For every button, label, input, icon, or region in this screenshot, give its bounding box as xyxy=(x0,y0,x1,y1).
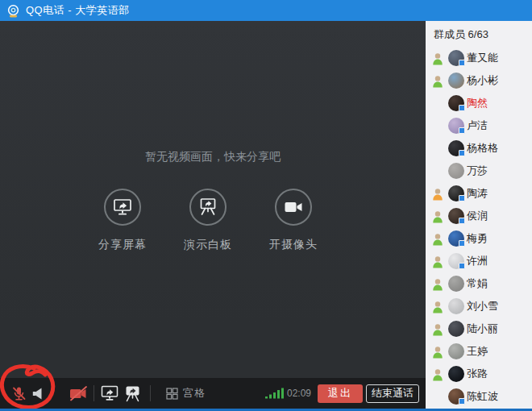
toolbar-whiteboard-button[interactable] xyxy=(123,378,142,409)
member-status-icon xyxy=(432,210,443,223)
member-row[interactable]: 董又能 xyxy=(426,47,532,69)
member-avatar xyxy=(448,366,464,382)
call-toolbar: 宫格 02:09 退出 结束通话 xyxy=(0,378,426,409)
end-call-button-wrap: 结束通话 xyxy=(366,378,419,409)
member-avatar xyxy=(448,73,464,89)
toolbar-divider xyxy=(94,385,94,401)
screen-share-icon xyxy=(113,198,132,216)
member-row[interactable]: 陶然 xyxy=(426,92,532,114)
member-avatar xyxy=(448,343,464,359)
member-name: 董又能 xyxy=(467,51,498,65)
member-row[interactable]: 梅勇 xyxy=(426,227,532,250)
member-avatar xyxy=(448,298,464,314)
grid-layout-label: 宫格 xyxy=(183,386,206,401)
member-row[interactable]: 陈虹波 xyxy=(426,385,532,408)
exit-button-wrap: 退出 xyxy=(318,378,363,409)
member-row[interactable]: 张路 xyxy=(426,363,532,385)
member-video-badge xyxy=(459,240,465,247)
camera-muted-button[interactable] xyxy=(69,378,89,409)
member-video-badge xyxy=(459,398,465,405)
member-avatar xyxy=(448,276,464,292)
member-video-badge xyxy=(459,263,465,269)
member-status-icon xyxy=(432,188,443,201)
member-row[interactable]: 杨格格 xyxy=(426,137,532,160)
toolbar-divider xyxy=(150,385,151,401)
member-row[interactable]: 许洲 xyxy=(426,250,532,272)
member-count-header: 群成员 6/63 xyxy=(426,21,532,42)
empty-state-message: 暂无视频画面，快来分享吧 xyxy=(0,150,426,164)
member-name: 卢洁 xyxy=(467,118,488,133)
toolbar-share-screen-button[interactable] xyxy=(101,378,118,409)
member-status-icon xyxy=(432,233,443,246)
share-screen-ring xyxy=(104,189,141,226)
whiteboard-label: 演示白板 xyxy=(184,238,232,252)
member-video-badge xyxy=(459,195,465,201)
member-name: 许洲 xyxy=(467,254,488,268)
action-buttons: 分享屏幕 演示白板 开 xyxy=(80,189,336,252)
member-row[interactable]: 杨小彬 xyxy=(426,69,532,92)
speaker-icon xyxy=(31,387,44,401)
titlebar: QQ电话 - 大学英语部 xyxy=(0,0,532,21)
member-status-icon xyxy=(432,346,443,359)
camera-muted-icon xyxy=(69,385,89,401)
member-video-badge xyxy=(459,60,465,66)
member-sidebar: 群成员 6/63 董又能 杨小彬 陶然 xyxy=(426,21,532,409)
grid-layout-button[interactable]: 宫格 xyxy=(166,378,206,409)
member-status-icon xyxy=(432,75,443,88)
whiteboard-icon xyxy=(198,197,218,217)
member-row[interactable]: 王婷 xyxy=(426,340,532,363)
whiteboard-icon xyxy=(123,385,142,402)
member-status-icon xyxy=(432,301,443,313)
member-name: 王婷 xyxy=(467,344,488,359)
signal-bars-icon xyxy=(265,388,284,399)
member-avatar xyxy=(448,321,464,337)
camera-icon xyxy=(284,200,303,214)
video-area: 暂无视频画面，快来分享吧 分享屏幕 xyxy=(0,21,426,409)
member-video-badge xyxy=(459,150,465,156)
member-video-badge xyxy=(459,127,465,134)
member-name: 梅勇 xyxy=(467,231,488,246)
member-name: 杨小彬 xyxy=(467,73,498,88)
member-status-icon xyxy=(432,255,443,268)
microphone-muted-button[interactable] xyxy=(10,378,27,409)
member-row[interactable]: 侯润 xyxy=(426,205,532,227)
signal-strength-indicator xyxy=(265,378,284,409)
open-camera-ring xyxy=(275,189,312,226)
member-status-icon xyxy=(432,368,443,381)
member-row[interactable]: 常娟 xyxy=(426,272,532,295)
open-camera-button[interactable]: 开摄像头 xyxy=(251,189,336,252)
member-name: 万莎 xyxy=(467,164,488,178)
member-video-badge xyxy=(459,105,465,111)
screen-share-icon xyxy=(101,385,118,401)
exit-button[interactable]: 退出 xyxy=(318,384,363,403)
member-row[interactable]: 陶涛 xyxy=(426,182,532,205)
member-name: 侯润 xyxy=(467,209,488,223)
webcam-icon xyxy=(6,4,20,18)
member-video-badge xyxy=(459,218,465,224)
end-call-button[interactable]: 结束通话 xyxy=(366,384,419,403)
window-title: QQ电话 - 大学英语部 xyxy=(26,3,130,18)
whiteboard-ring xyxy=(189,189,227,226)
member-row[interactable]: 万莎 xyxy=(426,160,532,182)
grid-icon xyxy=(166,388,178,400)
speaker-button[interactable] xyxy=(31,378,44,409)
share-screen-button[interactable]: 分享屏幕 xyxy=(80,189,165,252)
member-avatar xyxy=(448,163,464,179)
call-timer: 02:09 xyxy=(287,378,311,409)
member-list: 董又能 杨小彬 陶然 卢洁 杨格格 xyxy=(426,47,532,408)
qq-call-window: QQ电话 - 大学英语部 暂无视频画面，快来分享吧 分享屏幕 xyxy=(0,0,532,411)
open-camera-label: 开摄像头 xyxy=(269,238,318,252)
member-status-icon xyxy=(432,278,443,291)
microphone-muted-icon xyxy=(10,385,27,402)
member-name: 张路 xyxy=(467,367,488,381)
member-name: 陶然 xyxy=(467,96,488,110)
member-name: 陶涛 xyxy=(467,186,488,201)
whiteboard-button[interactable]: 演示白板 xyxy=(165,189,251,252)
share-screen-label: 分享屏幕 xyxy=(98,238,147,252)
member-row[interactable]: 刘小雪 xyxy=(426,295,532,318)
member-name: 刘小雪 xyxy=(467,299,498,313)
member-name: 陆小丽 xyxy=(467,322,498,336)
member-row[interactable]: 卢洁 xyxy=(426,114,532,137)
member-name: 常娟 xyxy=(467,276,488,291)
member-row[interactable]: 陆小丽 xyxy=(426,318,532,340)
